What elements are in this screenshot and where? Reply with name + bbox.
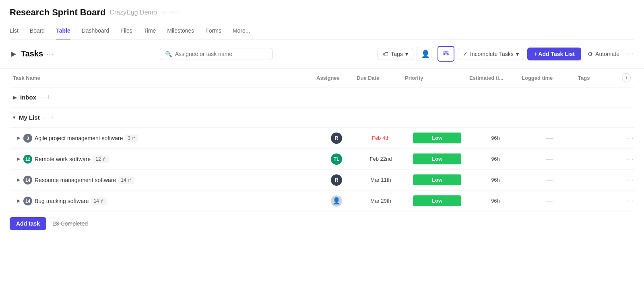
task-3-priority-badge: Low bbox=[413, 174, 461, 185]
task-2-subtask-badge: 12 ↱ bbox=[93, 155, 108, 163]
add-column-button[interactable]: + bbox=[622, 73, 631, 82]
task-1-logged: — bbox=[522, 134, 578, 142]
task-name-cell-1: ▶ 3 Agile project management software 3 … bbox=[10, 134, 316, 143]
tab-list[interactable]: List bbox=[10, 24, 19, 39]
tab-files[interactable]: Files bbox=[120, 24, 132, 39]
task-2-assignee: TL bbox=[316, 153, 357, 165]
task-2-priority-badge: Low bbox=[413, 153, 461, 164]
toolbar-more-button[interactable]: ··· bbox=[626, 50, 634, 58]
assignee-filter-button[interactable]: 👤 bbox=[417, 47, 434, 61]
app-title-row: Research Sprint Board CrazyEgg Demo ☆ ··… bbox=[10, 7, 634, 18]
task-3-dots-button[interactable]: ··· bbox=[627, 176, 634, 184]
automate-label: Automate bbox=[595, 51, 619, 57]
inbox-dots-button[interactable]: ··· bbox=[39, 94, 44, 101]
mylist-expand-button[interactable]: ▾ bbox=[13, 114, 16, 120]
tab-time[interactable]: Time bbox=[144, 24, 156, 39]
search-icon: 🔍 bbox=[165, 51, 172, 57]
tags-button[interactable]: 🏷 Tags ▾ bbox=[378, 48, 413, 60]
task-4-assignee: 👤 bbox=[316, 195, 357, 207]
task-3-due-date: Mar 11th bbox=[357, 177, 405, 183]
completed-label: 28 Completed bbox=[53, 220, 88, 227]
task-3-expand-button[interactable]: ▶ bbox=[16, 176, 21, 183]
add-tasklist-label: + Add Task List bbox=[534, 51, 575, 57]
tab-forms[interactable]: Forms bbox=[205, 24, 221, 39]
task-2-expand-button[interactable]: ▶ bbox=[16, 155, 21, 162]
star-icon[interactable]: ☆ bbox=[161, 9, 167, 17]
add-task-button[interactable]: Add task bbox=[10, 217, 46, 230]
tab-more[interactable]: More... bbox=[233, 24, 250, 39]
search-input[interactable] bbox=[175, 51, 267, 57]
search-box[interactable]: 🔍 bbox=[160, 48, 272, 60]
table-row: ▶ 12 Remote work software 12 ↱ TL Feb 22… bbox=[10, 149, 634, 170]
table-footer: Add task 28 Completed bbox=[0, 211, 644, 236]
col-header-assignee: Assignee bbox=[316, 75, 357, 81]
task-4-dots-button[interactable]: ··· bbox=[627, 197, 634, 205]
tag-icon: 🏷 bbox=[383, 51, 388, 57]
task-3-badge: 14 bbox=[23, 176, 32, 184]
table-row: ▶ 14 Bug tracking software 14 ↱ 👤 Mar 29… bbox=[10, 191, 634, 211]
task-name-cell-4: ▶ 14 Bug tracking software 14 ↱ bbox=[10, 197, 316, 205]
tasks-expand-button[interactable]: ▶ bbox=[10, 49, 18, 58]
mylist-group-actions: ··· + bbox=[43, 113, 54, 122]
task-1-priority-badge: Low bbox=[413, 133, 461, 143]
task-3-subtask-count: 14 bbox=[121, 177, 126, 183]
filter-label: Incomplete Tasks bbox=[470, 51, 514, 57]
task-1-badge: 3 bbox=[23, 134, 32, 143]
mylist-add-button[interactable]: + bbox=[50, 113, 54, 122]
task-2-actions: ··· bbox=[618, 155, 634, 163]
task-3-actions: ··· bbox=[618, 176, 634, 184]
group-button[interactable] bbox=[438, 46, 454, 62]
task-2-dots-button[interactable]: ··· bbox=[627, 155, 634, 163]
task-1-subtask-count: 3 bbox=[128, 135, 130, 141]
inbox-expand-button[interactable]: ▶ bbox=[13, 94, 17, 100]
toolbar-left: ▶ Tasks ⋯ bbox=[10, 49, 54, 58]
task-1-expand-button[interactable]: ▶ bbox=[16, 135, 21, 141]
task-4-badge: 14 bbox=[23, 197, 32, 205]
task-4-avatar: 👤 bbox=[331, 195, 342, 207]
task-3-priority: Low bbox=[405, 174, 469, 185]
task-1-subtask-badge: 3 ↱ bbox=[125, 135, 138, 142]
add-task-label: Add task bbox=[16, 220, 40, 227]
mylist-dots-button[interactable]: ··· bbox=[43, 114, 48, 121]
col-header-logged: Logged time bbox=[522, 75, 578, 81]
task-1-assignee: R bbox=[316, 133, 357, 144]
task-3-assignee: R bbox=[316, 174, 357, 186]
task-3-subtask-icon: ↱ bbox=[128, 177, 132, 183]
col-header-due-date: Due Date bbox=[357, 75, 405, 81]
task-1-actions: ··· bbox=[618, 135, 634, 142]
table-container: Task Name Assignee Due Date Priority Est… bbox=[0, 68, 644, 211]
inbox-group-name: Inbox bbox=[20, 94, 36, 101]
task-3-avatar: R bbox=[331, 174, 342, 186]
task-1-dots-button[interactable]: ··· bbox=[627, 135, 634, 142]
task-2-logged: — bbox=[522, 155, 578, 163]
add-tasklist-button[interactable]: + Add Task List bbox=[527, 48, 581, 60]
task-2-due-date: Feb 22nd bbox=[357, 156, 405, 162]
table-row: ▶ 14 Resource management software 14 ↱ R… bbox=[10, 170, 634, 191]
task-3-estimated: 96h bbox=[469, 177, 522, 183]
task-2-estimated: 96h bbox=[469, 156, 522, 162]
col-header-task-name: Task Name bbox=[10, 75, 316, 81]
tasks-dots-icon[interactable]: ⋯ bbox=[46, 50, 54, 58]
task-4-estimated: 96h bbox=[469, 198, 522, 204]
tab-dashboard[interactable]: Dashboard bbox=[82, 24, 109, 39]
task-4-subtask-count: 14 bbox=[94, 198, 99, 204]
tab-table[interactable]: Table bbox=[56, 24, 70, 39]
task-4-actions: ··· bbox=[618, 197, 634, 205]
svg-point-1 bbox=[446, 51, 448, 53]
task-2-badge: 12 bbox=[23, 155, 32, 164]
task-3-name: Resource management software bbox=[35, 177, 116, 183]
tab-milestones[interactable]: Milestones bbox=[167, 24, 194, 39]
col-header-add: + bbox=[618, 73, 634, 82]
automate-button[interactable]: ⚙ Automate bbox=[584, 48, 623, 60]
nav-tabs: List Board Table Dashboard Files Time Mi… bbox=[10, 24, 634, 39]
col-header-tags: Tags bbox=[578, 75, 618, 81]
task-1-name: Agile project management software bbox=[35, 135, 123, 141]
inbox-add-button[interactable]: + bbox=[47, 93, 51, 102]
incomplete-tasks-filter-button[interactable]: ✓ Incomplete Tasks ▾ bbox=[458, 48, 524, 60]
header-dots-icon[interactable]: ··· bbox=[171, 8, 179, 17]
task-4-expand-button[interactable]: ▶ bbox=[16, 197, 21, 204]
tab-board[interactable]: Board bbox=[30, 24, 45, 39]
task-1-due-date: Feb 4th bbox=[357, 135, 405, 141]
task-1-subtask-icon: ↱ bbox=[132, 135, 136, 141]
group-inbox: ▶ Inbox ··· + bbox=[10, 87, 634, 108]
